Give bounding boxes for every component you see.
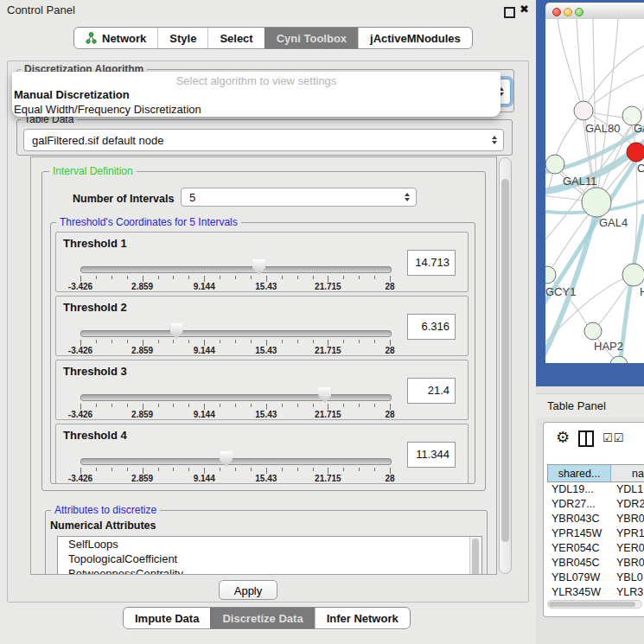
table-data-value: galFiltered.sif default node: [32, 130, 163, 150]
network-edge[interactable]: [596, 19, 618, 202]
tab-infer-network[interactable]: Infer Network: [315, 608, 410, 628]
table-row[interactable]: YPR145WYPR1: [547, 526, 644, 541]
tab-impute-data[interactable]: Impute Data: [124, 608, 210, 628]
threshold-value-field[interactable]: 14.713: [407, 250, 456, 276]
network-node-c[interactable]: [627, 143, 644, 162]
network-node-gal11[interactable]: [545, 155, 564, 174]
close-traffic-light-icon[interactable]: [552, 8, 561, 16]
slider-tick-label: -3.426: [68, 474, 92, 483]
threshold-slider-track[interactable]: [80, 266, 392, 273]
threshold-value-field[interactable]: 6.316: [407, 314, 456, 340]
columns-icon[interactable]: [578, 430, 594, 447]
slider-tick: [204, 404, 205, 410]
slider-tick: [204, 276, 205, 282]
cell-shared-name[interactable]: YLR345W: [547, 585, 611, 596]
slider-tick: [235, 276, 236, 279]
list-scrollbar[interactable]: [469, 537, 481, 575]
threshold-slider-track[interactable]: [80, 458, 392, 465]
slider-tick: [220, 276, 220, 279]
select-columns-checkboxes-icon[interactable]: ☑☑: [603, 431, 624, 444]
cell-name[interactable]: YBR0: [611, 556, 644, 571]
cell-name[interactable]: YDR2: [611, 497, 644, 512]
network-node-gal80[interactable]: [574, 101, 593, 120]
tab-style[interactable]: Style: [157, 28, 207, 48]
network-node-h[interactable]: [622, 264, 644, 286]
table-row[interactable]: YER054CYER0: [547, 541, 644, 556]
cell-name[interactable]: YBR0: [611, 512, 644, 526]
cell-shared-name[interactable]: YDL19...: [547, 482, 611, 497]
table-row[interactable]: YBR043CYBR0: [547, 512, 644, 526]
dropdown-option-equal-width[interactable]: Equal Width/Frequency Discretization: [14, 103, 201, 116]
threshold-value-field[interactable]: 11.344: [407, 442, 456, 468]
cell-name[interactable]: YPR1: [611, 526, 644, 541]
cell-shared-name[interactable]: YBL079W: [547, 571, 611, 585]
settings-scrollbar[interactable]: [499, 157, 512, 574]
threshold-value-field[interactable]: 21.4: [407, 378, 456, 404]
cell-name[interactable]: YLR3: [611, 585, 644, 596]
cell-shared-name[interactable]: YBR043C: [547, 512, 611, 526]
cell-shared-name[interactable]: YBR045C: [547, 556, 611, 571]
threshold-label: Threshold 3: [63, 365, 127, 378]
network-node-label: GA: [634, 122, 644, 135]
network-node-gcy1[interactable]: [545, 266, 556, 284]
network-edge[interactable]: [583, 45, 644, 111]
tab-jactivemnodules[interactable]: jActiveMNodules: [358, 28, 472, 48]
slider-tick: [80, 276, 81, 282]
tab-select[interactable]: Select: [207, 28, 264, 48]
scrollbar-thumb[interactable]: [501, 179, 509, 542]
tab-network[interactable]: Network: [74, 28, 157, 48]
table-data-select[interactable]: galFiltered.sif default node: [23, 129, 504, 151]
tab-cyni-toolbox[interactable]: Cyni Toolbox: [265, 28, 358, 48]
dropdown-option-manual[interactable]: Manual Discretization: [14, 88, 130, 101]
slider-tick: [266, 468, 267, 474]
network-canvas[interactable]: GAL80GACGAL11GAL4GCY1HHAP2: [545, 19, 644, 363]
float-window-icon[interactable]: [504, 7, 515, 18]
slider-tick-label: 15.43: [255, 346, 277, 355]
slider-tick: [359, 404, 360, 407]
cell-name[interactable]: YER0: [611, 541, 644, 556]
slider-tick: [359, 340, 360, 343]
table-row[interactable]: YDL19...YDL1: [547, 482, 644, 497]
table-row[interactable]: YBL079WYBL0: [547, 571, 644, 585]
slider-tick: [188, 276, 189, 279]
cell-shared-name[interactable]: YDR27...: [547, 497, 611, 512]
threshold-slider-track[interactable]: [80, 394, 392, 401]
slider-tick-label: 28: [385, 282, 394, 291]
slider-tick: [374, 404, 375, 407]
number-of-intervals-select[interactable]: 5: [181, 188, 417, 207]
attribute-list-item[interactable]: TopologicalCoefficient: [58, 552, 481, 566]
slider-tick-label: 2.859: [131, 474, 153, 483]
network-edge[interactable]: [594, 74, 644, 104]
cell-name[interactable]: YBL0: [611, 571, 644, 585]
network-node-hap2[interactable]: [584, 322, 602, 340]
network-node-label: GCY1: [545, 285, 576, 298]
network-node-gal4[interactable]: [582, 188, 611, 217]
column-header-name[interactable]: na: [611, 465, 644, 481]
attribute-list-item[interactable]: BetweennessCentrality: [58, 566, 481, 575]
apply-button[interactable]: Apply: [219, 580, 277, 600]
minimize-traffic-light-icon[interactable]: [564, 8, 572, 16]
attribute-list-item[interactable]: SelfLoops: [58, 537, 481, 552]
table-row[interactable]: YLR345WYLR3: [547, 585, 644, 596]
cell-name[interactable]: YDL1: [611, 482, 644, 497]
slider-tick: [143, 468, 143, 474]
slider-tick: [143, 340, 143, 346]
column-header-shared-name[interactable]: shared...: [548, 465, 611, 481]
table-horizontal-scrollbar[interactable]: [547, 600, 642, 609]
cell-shared-name[interactable]: YPR145W: [547, 526, 611, 541]
slider-tick: [220, 404, 220, 407]
tab-discretize-data[interactable]: Discretize Data: [210, 608, 314, 628]
gear-icon[interactable]: ⚙: [556, 428, 570, 447]
slider-tick: [251, 468, 252, 471]
slider-tick: [343, 404, 344, 407]
combo-arrows-icon: [492, 133, 497, 147]
close-icon[interactable]: ✖: [520, 3, 529, 16]
slider-tick: [313, 340, 314, 343]
window-title: Control Panel: [7, 3, 75, 16]
table-row[interactable]: YDR27...YDR2: [547, 497, 644, 512]
network-window-titlebar: [545, 3, 644, 20]
zoom-traffic-light-icon[interactable]: [575, 8, 583, 16]
cell-shared-name[interactable]: YER054C: [547, 541, 611, 556]
table-row[interactable]: YBR045CYBR0: [547, 556, 644, 571]
threshold-slider-track[interactable]: [80, 330, 392, 337]
